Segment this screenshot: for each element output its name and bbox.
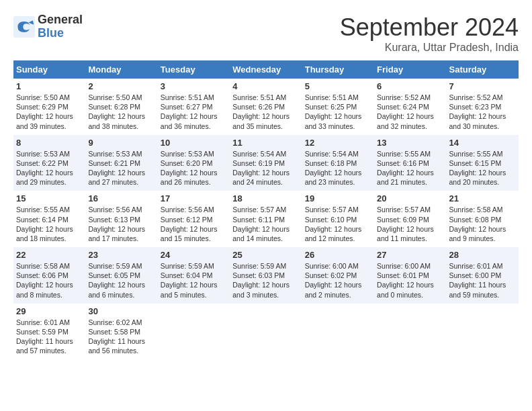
day-number: 7 (449, 81, 516, 91)
day-number: 6 (377, 81, 443, 91)
calendar-week-1: 1 Sunrise: 5:50 AMSunset: 6:29 PMDayligh… (13, 79, 519, 135)
day-info: Sunrise: 5:52 AMSunset: 6:24 PMDaylight:… (377, 93, 443, 131)
day-info: Sunrise: 5:58 AMSunset: 6:06 PMDaylight:… (16, 261, 83, 300)
calendar-cell: 25 Sunrise: 5:59 AMSunset: 6:03 PMDaylig… (230, 247, 302, 304)
logo-general: General (38, 13, 83, 27)
header-row: Sunday Monday Tuesday Wednesday Thursday… (13, 60, 519, 79)
day-info: Sunrise: 6:01 AMSunset: 5:59 PMDaylight:… (16, 318, 83, 356)
page-header: General Blue September 2024 Kurara, Utta… (13, 13, 519, 54)
calendar-cell (374, 304, 446, 360)
day-info: Sunrise: 6:00 AMSunset: 6:01 PMDaylight:… (377, 261, 443, 300)
calendar-cell: 14 Sunrise: 5:55 AMSunset: 6:15 PMDaylig… (447, 135, 519, 191)
calendar-cell: 20 Sunrise: 5:57 AMSunset: 6:09 PMDaylig… (374, 191, 446, 247)
day-info: Sunrise: 5:55 AMSunset: 6:14 PMDaylight:… (16, 205, 83, 243)
day-number: 21 (449, 193, 516, 203)
logo: General Blue (13, 13, 83, 40)
calendar-week-2: 8 Sunrise: 5:53 AMSunset: 6:22 PMDayligh… (13, 135, 519, 191)
header-wednesday: Wednesday (230, 60, 302, 79)
calendar-cell: 10 Sunrise: 5:53 AMSunset: 6:20 PMDaylig… (158, 135, 230, 191)
day-number: 25 (232, 250, 299, 260)
day-number: 17 (161, 193, 227, 203)
calendar-cell: 22 Sunrise: 5:58 AMSunset: 6:06 PMDaylig… (13, 247, 85, 304)
day-info: Sunrise: 5:58 AMSunset: 6:08 PMDaylight:… (449, 205, 516, 243)
day-number: 9 (88, 138, 154, 148)
day-info: Sunrise: 5:53 AMSunset: 6:20 PMDaylight:… (161, 149, 227, 187)
day-info: Sunrise: 5:52 AMSunset: 6:23 PMDaylight:… (449, 93, 516, 131)
title-section: September 2024 Kurara, Uttar Pradesh, In… (340, 13, 519, 54)
day-number: 28 (449, 250, 516, 260)
day-info: Sunrise: 5:51 AMSunset: 6:26 PMDaylight:… (232, 93, 299, 131)
day-info: Sunrise: 5:53 AMSunset: 6:21 PMDaylight:… (88, 149, 154, 187)
calendar-cell: 30 Sunrise: 6:02 AMSunset: 5:58 PMDaylig… (85, 304, 157, 360)
logo-blue: Blue (38, 27, 83, 40)
day-number: 29 (16, 306, 83, 316)
calendar-cell: 6 Sunrise: 5:52 AMSunset: 6:24 PMDayligh… (374, 79, 446, 135)
calendar-cell: 11 Sunrise: 5:54 AMSunset: 6:19 PMDaylig… (230, 135, 302, 191)
calendar-cell: 18 Sunrise: 5:57 AMSunset: 6:11 PMDaylig… (230, 191, 302, 247)
day-info: Sunrise: 5:55 AMSunset: 6:15 PMDaylight:… (449, 149, 516, 187)
day-number: 23 (88, 250, 154, 260)
calendar-cell: 21 Sunrise: 5:58 AMSunset: 6:08 PMDaylig… (447, 191, 519, 247)
day-number: 20 (377, 193, 443, 203)
day-info: Sunrise: 5:51 AMSunset: 6:25 PMDaylight:… (305, 93, 371, 131)
calendar-cell: 17 Sunrise: 5:56 AMSunset: 6:12 PMDaylig… (158, 191, 230, 247)
calendar-cell (230, 304, 302, 360)
day-info: Sunrise: 5:50 AMSunset: 6:29 PMDaylight:… (16, 93, 83, 131)
calendar-cell: 3 Sunrise: 5:51 AMSunset: 6:27 PMDayligh… (158, 79, 230, 135)
day-info: Sunrise: 5:57 AMSunset: 6:09 PMDaylight:… (377, 205, 443, 243)
day-info: Sunrise: 5:51 AMSunset: 6:27 PMDaylight:… (161, 93, 227, 131)
calendar-cell: 24 Sunrise: 5:59 AMSunset: 6:04 PMDaylig… (158, 247, 230, 304)
calendar-cell (302, 304, 374, 360)
day-number: 15 (16, 193, 83, 203)
day-info: Sunrise: 5:56 AMSunset: 6:13 PMDaylight:… (88, 205, 154, 243)
calendar-cell: 29 Sunrise: 6:01 AMSunset: 5:59 PMDaylig… (13, 304, 85, 360)
day-number: 4 (232, 81, 299, 91)
calendar-cell: 1 Sunrise: 5:50 AMSunset: 6:29 PMDayligh… (13, 79, 85, 135)
calendar-week-5: 29 Sunrise: 6:01 AMSunset: 5:59 PMDaylig… (13, 304, 519, 360)
day-number: 1 (16, 81, 83, 91)
day-info: Sunrise: 5:56 AMSunset: 6:12 PMDaylight:… (161, 205, 227, 243)
day-info: Sunrise: 5:57 AMSunset: 6:11 PMDaylight:… (232, 205, 299, 243)
day-info: Sunrise: 6:01 AMSunset: 6:00 PMDaylight:… (449, 261, 516, 300)
day-info: Sunrise: 5:59 AMSunset: 6:05 PMDaylight:… (88, 261, 154, 300)
logo-icon (13, 16, 35, 38)
day-number: 3 (161, 81, 227, 91)
location-subtitle: Kurara, Uttar Pradesh, India (340, 42, 519, 54)
day-number: 10 (161, 138, 227, 148)
day-number: 12 (305, 138, 371, 148)
day-number: 18 (232, 193, 299, 203)
day-number: 16 (88, 193, 154, 203)
calendar-week-3: 15 Sunrise: 5:55 AMSunset: 6:14 PMDaylig… (13, 191, 519, 247)
day-number: 8 (16, 138, 83, 148)
month-title: September 2024 (340, 13, 519, 42)
day-info: Sunrise: 5:54 AMSunset: 6:18 PMDaylight:… (305, 149, 371, 187)
svg-rect-0 (13, 16, 35, 38)
header-thursday: Thursday (302, 60, 374, 79)
calendar-cell: 23 Sunrise: 5:59 AMSunset: 6:05 PMDaylig… (85, 247, 157, 304)
header-tuesday: Tuesday (158, 60, 230, 79)
calendar-cell (447, 304, 519, 360)
calendar-cell: 4 Sunrise: 5:51 AMSunset: 6:26 PMDayligh… (230, 79, 302, 135)
calendar-cell: 5 Sunrise: 5:51 AMSunset: 6:25 PMDayligh… (302, 79, 374, 135)
header-friday: Friday (374, 60, 446, 79)
day-number: 19 (305, 193, 371, 203)
day-info: Sunrise: 5:50 AMSunset: 6:28 PMDaylight:… (88, 93, 154, 131)
calendar-week-4: 22 Sunrise: 5:58 AMSunset: 6:06 PMDaylig… (13, 247, 519, 304)
calendar-cell: 9 Sunrise: 5:53 AMSunset: 6:21 PMDayligh… (85, 135, 157, 191)
day-number: 27 (377, 250, 443, 260)
day-info: Sunrise: 5:54 AMSunset: 6:19 PMDaylight:… (232, 149, 299, 187)
calendar-cell: 19 Sunrise: 5:57 AMSunset: 6:10 PMDaylig… (302, 191, 374, 247)
day-info: Sunrise: 5:59 AMSunset: 6:04 PMDaylight:… (161, 261, 227, 300)
day-number: 30 (88, 306, 154, 316)
calendar-cell: 2 Sunrise: 5:50 AMSunset: 6:28 PMDayligh… (85, 79, 157, 135)
calendar-cell: 16 Sunrise: 5:56 AMSunset: 6:13 PMDaylig… (85, 191, 157, 247)
calendar-cell: 13 Sunrise: 5:55 AMSunset: 6:16 PMDaylig… (374, 135, 446, 191)
calendar-cell: 8 Sunrise: 5:53 AMSunset: 6:22 PMDayligh… (13, 135, 85, 191)
day-number: 11 (232, 138, 299, 148)
header-sunday: Sunday (13, 60, 85, 79)
calendar-cell: 28 Sunrise: 6:01 AMSunset: 6:00 PMDaylig… (447, 247, 519, 304)
day-number: 13 (377, 138, 443, 148)
calendar-cell: 26 Sunrise: 6:00 AMSunset: 6:02 PMDaylig… (302, 247, 374, 304)
day-number: 2 (88, 81, 154, 91)
calendar-cell: 7 Sunrise: 5:52 AMSunset: 6:23 PMDayligh… (447, 79, 519, 135)
